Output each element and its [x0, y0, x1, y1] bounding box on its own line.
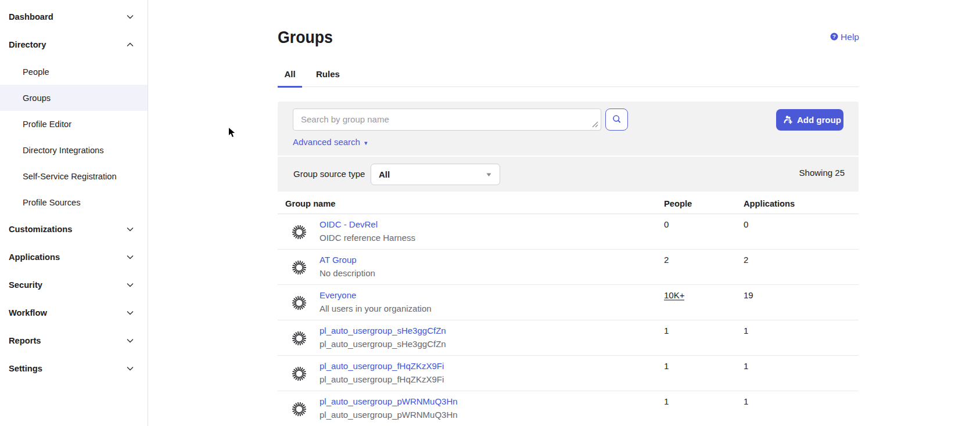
svg-text:?: ? [832, 33, 836, 39]
